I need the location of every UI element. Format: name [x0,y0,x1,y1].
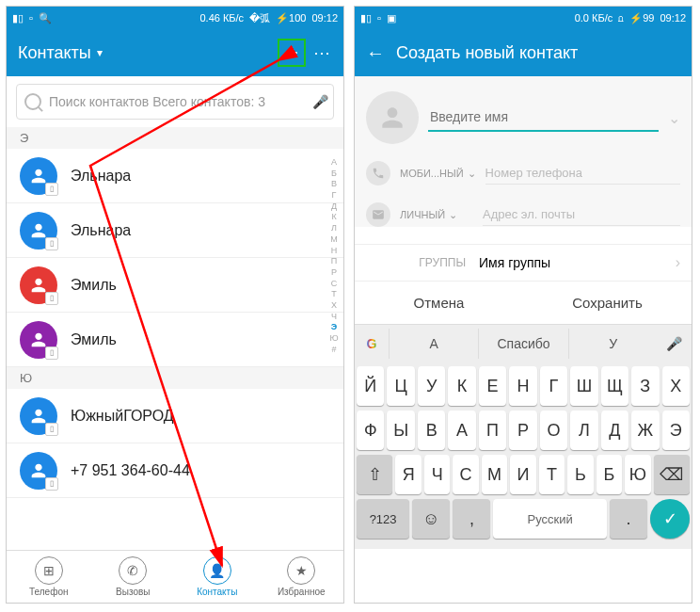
email-type-dropdown[interactable]: ЛИЧНЫЙ ⌄ [400,209,473,221]
alpha-letter[interactable]: К [331,212,336,223]
mic-icon[interactable]: 🎤 [658,336,692,351]
avatar-placeholder[interactable] [366,91,419,144]
cancel-button[interactable]: Отмена [355,282,523,324]
key[interactable]: И [510,455,535,494]
nav-star[interactable]: ★Избранное [260,551,344,603]
key[interactable]: Ш [570,366,597,406]
alpha-letter[interactable]: Н [331,246,338,257]
key[interactable]: Х [662,366,690,406]
mic-icon[interactable]: 🎤 [312,94,326,109]
add-contact-button[interactable]: + [278,39,306,67]
key[interactable]: Я [395,455,421,494]
alpha-letter[interactable]: М [330,234,338,246]
alpha-letter[interactable]: # [331,345,336,356]
alpha-letter[interactable]: Р [331,267,337,279]
key[interactable]: Е [479,366,506,406]
alpha-letter[interactable]: Ч [331,312,337,323]
key[interactable]: Й [357,366,384,406]
name-input[interactable] [428,104,659,132]
gallery-icon: ▣ [387,12,396,24]
group-row[interactable]: ГРУППЫ Имя группы › [355,244,692,282]
key[interactable]: Р [509,411,536,450]
key[interactable]: Щ [601,366,628,406]
alpha-letter[interactable]: Д [331,201,337,213]
key[interactable]: А [448,411,475,450]
key[interactable]: Т [539,455,565,494]
alpha-letter[interactable]: П [331,256,337,267]
status-bar: ▮▯ ▫ 🔍 0.46 КБ/с �弧 ⚡100 09:12 [7,7,343,29]
nav-phone[interactable]: ✆Вызовы [91,551,176,603]
emoji-key[interactable]: ☺ [412,499,450,539]
key[interactable]: Г [540,366,567,406]
alpha-letter[interactable]: В [331,179,337,190]
save-button[interactable]: Сохранить [523,282,692,324]
key[interactable]: У [418,366,445,406]
nav-dial[interactable]: ⊞Телефон [7,551,91,603]
phone-input[interactable]: Номер телефона [485,162,680,185]
key[interactable]: П [479,411,506,450]
nav-person[interactable]: 👤Контакты [175,551,260,603]
key[interactable]: М [482,455,507,494]
search-status-icon: 🔍 [39,12,52,24]
contact-row[interactable]: ▯ЮжныйГОРОД [7,389,343,443]
back-button[interactable]: ← [366,42,385,64]
phone-type-dropdown[interactable]: МОБИ...НЫЙ ⌄ [400,168,476,180]
chevron-down-icon[interactable]: ⌄ [668,109,680,127]
key[interactable]: Ы [387,411,414,450]
suggestion[interactable]: У [568,329,658,359]
more-menu-button[interactable]: ⋯ [313,42,332,63]
key[interactable]: Ю [625,455,650,494]
comma-key[interactable]: , [453,499,490,539]
key[interactable]: Д [601,411,628,450]
key[interactable]: В [418,411,445,450]
contact-row[interactable]: ▯Эльнара [7,203,343,258]
contact-row[interactable]: ▯Эмиль [7,258,343,313]
alpha-letter[interactable]: Т [331,289,337,300]
email-input[interactable]: Адрес эл. почты [483,203,680,226]
alpha-letter[interactable]: Э [331,322,337,333]
period-key[interactable]: . [610,499,647,539]
title-dropdown[interactable]: Контакты ▾ [18,43,278,63]
contact-name: +7 951 364-60-44 [71,462,190,479]
key[interactable]: Н [509,366,536,406]
space-key[interactable]: Русский [493,499,606,539]
nav-label: Вызовы [116,587,150,597]
contact-list[interactable]: Э▯Эльнара▯Эльнара▯Эмиль▯ЭмильЮ▯ЮжныйГОРО… [7,127,343,498]
numeric-key[interactable]: ?123 [357,499,409,539]
key[interactable]: Ч [424,455,450,494]
suggestion[interactable]: А [389,329,478,359]
alpha-letter[interactable]: Х [331,300,337,312]
alpha-letter[interactable]: Б [331,169,337,180]
key[interactable]: Л [570,411,597,450]
alpha-index[interactable]: АБВГДКЛМНПРСТХЧЭЮ# [326,157,342,355]
key[interactable]: К [448,366,475,406]
clock: 09:12 [311,12,338,24]
shift-key[interactable]: ⇧ [357,455,392,494]
search-input[interactable]: Поиск контактов Всего контактов: 3 🎤 [16,84,334,120]
backspace-key[interactable]: ⌫ [654,455,690,494]
key[interactable]: Ь [567,455,593,494]
contact-row[interactable]: ▯Эльнара [7,149,343,203]
contact-row[interactable]: ▯Эмиль [7,313,343,367]
key[interactable]: Ф [357,411,384,450]
wifi-icon: ⩍ [618,12,624,24]
key[interactable]: О [540,411,567,450]
keyboard[interactable]: ЙЦУКЕНГШЩЗХФЫВАПРОЛДЖЭ⇧ЯЧСМИТЬБЮ⌫?123☺,Р… [355,362,692,549]
key[interactable]: С [453,455,478,494]
key[interactable]: Ж [631,411,659,450]
contact-row[interactable]: ▯+7 951 364-60-44 [7,443,343,498]
contact-name: Эмиль [71,277,117,294]
search-icon [24,93,41,110]
google-icon[interactable]: G [355,336,389,351]
key[interactable]: Ц [387,366,414,406]
key[interactable]: Э [662,411,690,450]
enter-key[interactable]: ✓ [650,499,690,539]
key[interactable]: З [631,366,659,406]
alpha-letter[interactable]: Г [332,190,337,201]
alpha-letter[interactable]: Л [331,223,337,234]
alpha-letter[interactable]: А [331,157,337,169]
alpha-letter[interactable]: Ю [329,333,338,345]
key[interactable]: Б [597,455,622,494]
alpha-letter[interactable]: С [331,279,338,290]
suggestion[interactable]: Спасибо [478,329,567,359]
